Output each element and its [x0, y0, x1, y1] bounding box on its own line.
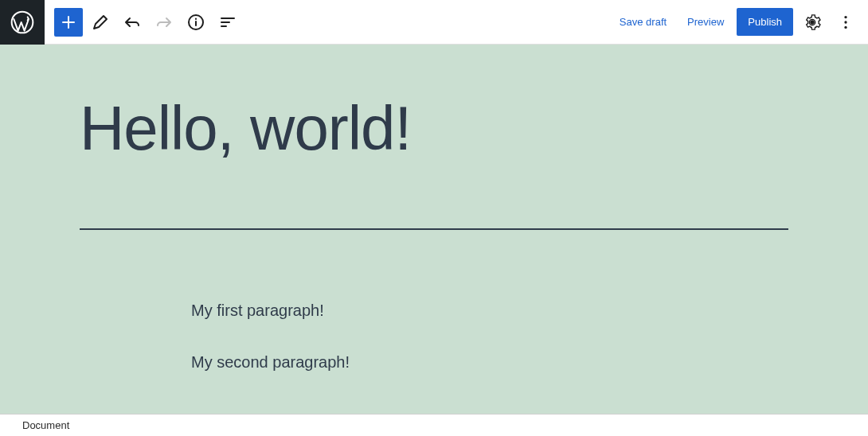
dots-vertical-icon — [837, 14, 854, 31]
svg-point-3 — [844, 15, 846, 18]
more-options-button[interactable] — [831, 8, 860, 37]
paragraph-block[interactable]: My first paragraph! — [191, 302, 868, 320]
breadcrumb[interactable]: Document — [22, 419, 69, 431]
info-icon — [186, 13, 205, 32]
redo-button[interactable] — [150, 8, 178, 37]
paragraph-block[interactable]: My second paragraph! — [191, 353, 868, 372]
pencil-icon — [91, 13, 110, 32]
editor-topbar: Save draft Preview Publish — [0, 0, 868, 45]
post-title[interactable]: Hello, world! — [80, 92, 868, 165]
wordpress-logo[interactable] — [0, 0, 45, 45]
wordpress-icon — [10, 10, 35, 35]
redo-icon — [154, 13, 174, 32]
svg-point-4 — [844, 21, 846, 23]
details-button[interactable] — [182, 8, 210, 37]
outline-button[interactable] — [213, 8, 242, 37]
svg-point-2 — [810, 20, 815, 25]
editor-canvas[interactable]: Hello, world! My first paragraph! My sec… — [0, 45, 868, 414]
svg-point-5 — [844, 25, 846, 28]
settings-button[interactable] — [798, 8, 827, 37]
plus-icon — [59, 13, 78, 32]
gear-icon — [803, 14, 821, 31]
preview-button[interactable]: Preview — [679, 10, 732, 34]
edit-mode-button[interactable] — [86, 8, 115, 37]
publish-button[interactable]: Publish — [737, 8, 793, 36]
editor-footer: Document — [0, 414, 868, 436]
toolbar-right-group: Save draft Preview Publish — [612, 8, 868, 37]
undo-button[interactable] — [118, 8, 147, 37]
separator-block[interactable] — [80, 228, 788, 230]
save-draft-button[interactable]: Save draft — [612, 10, 674, 34]
undo-icon — [123, 13, 142, 32]
toolbar-left-group — [45, 8, 242, 37]
add-block-button[interactable] — [54, 8, 83, 37]
list-view-icon — [218, 13, 237, 32]
editor-canvas-scroll[interactable]: Hello, world! My first paragraph! My sec… — [0, 45, 868, 414]
